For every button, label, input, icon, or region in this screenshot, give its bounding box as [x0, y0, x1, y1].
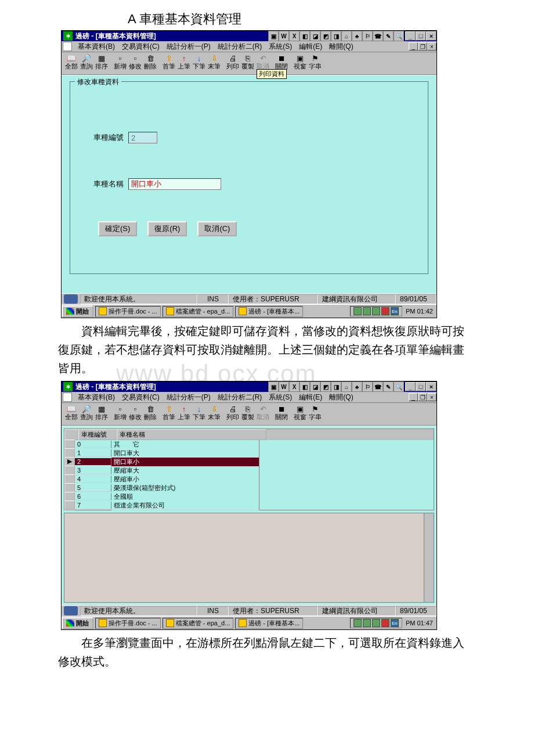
tb-query[interactable]: 🔎查詢: [79, 404, 94, 420]
cell-name[interactable]: 穩達企業有限公司: [111, 501, 259, 510]
tb-copy[interactable]: ⎘覆製: [240, 53, 255, 70]
mdi-minimize[interactable]: _: [409, 393, 418, 401]
tray-icon[interactable]: ◩: [320, 31, 331, 41]
task-item[interactable]: 操作手冊.doc - ...: [95, 306, 161, 317]
tray-icon[interactable]: ✎: [383, 31, 394, 41]
tb-first[interactable]: ⇧首筆: [161, 53, 176, 70]
maximize-button[interactable]: □: [416, 31, 426, 41]
table-row[interactable]: 6全國順: [64, 492, 434, 501]
restore-button[interactable]: 復原(R): [147, 221, 187, 236]
tb-undo[interactable]: ↶取消: [255, 404, 270, 420]
table-row[interactable]: 0其 它: [64, 440, 434, 449]
menu-system[interactable]: 系統(S): [265, 42, 295, 52]
row-header[interactable]: [64, 501, 75, 510]
tray-icon[interactable]: ◨: [331, 381, 341, 392]
tray-icon[interactable]: X: [289, 381, 300, 392]
menu-basic[interactable]: 基本資料(B): [74, 42, 118, 52]
start-button[interactable]: 開始: [62, 617, 93, 629]
menu-edit[interactable]: 編輯(E): [295, 42, 326, 52]
grid-corner[interactable]: [64, 429, 78, 440]
tb-all[interactable]: 📖全部: [64, 53, 79, 70]
scrollbar-vertical[interactable]: [424, 513, 434, 602]
cancel-button[interactable]: 取消(C): [197, 221, 237, 236]
tb-next[interactable]: ↓下筆: [192, 404, 207, 420]
tray-icon[interactable]: ☎: [373, 31, 383, 41]
menu-stat2[interactable]: 統計分析二(R): [214, 393, 266, 402]
menu-exit[interactable]: 離開(Q): [326, 393, 356, 402]
cell-name[interactable]: 全國順: [111, 492, 259, 502]
close-button[interactable]: ×: [426, 382, 436, 391]
tb-del[interactable]: 🗑刪除: [143, 404, 158, 420]
cell-id[interactable]: 2: [75, 458, 111, 466]
tb-mod[interactable]: ▫修改: [128, 404, 143, 420]
tray-icon[interactable]: ⚐: [362, 31, 373, 41]
tray-icon[interactable]: ♣: [352, 381, 362, 392]
task-item[interactable]: 過磅 - [車種基本...: [235, 618, 303, 629]
ime-icon[interactable]: En: [391, 619, 399, 627]
tray-icon[interactable]: X: [289, 31, 300, 41]
tb-string[interactable]: ⚑字串: [308, 404, 323, 420]
mdi-minimize[interactable]: _: [409, 42, 418, 51]
cell-name[interactable]: 榮漢環保(箱型密封式): [111, 484, 259, 493]
cell-id[interactable]: 4: [75, 476, 111, 483]
menu-system[interactable]: 系統(S): [265, 393, 295, 402]
tb-string[interactable]: ⚑字串: [308, 53, 323, 70]
ok-button[interactable]: 確定(S): [98, 221, 137, 236]
menu-edit[interactable]: 編輯(E): [295, 393, 326, 402]
start-button[interactable]: 開始: [62, 305, 93, 318]
mdi-close[interactable]: ×: [427, 42, 436, 51]
close-button[interactable]: ×: [426, 31, 436, 41]
mdi-restore[interactable]: ❐: [418, 42, 427, 51]
menu-exit[interactable]: 離開(Q): [326, 42, 356, 52]
tray-icon[interactable]: ▣: [268, 31, 279, 41]
tb-mod[interactable]: ▫修改: [128, 53, 143, 70]
tray-icon[interactable]: ◨: [331, 31, 341, 41]
mdi-doc-icon[interactable]: [63, 42, 72, 51]
menu-trans[interactable]: 交易資料(C): [118, 393, 163, 402]
tray-icon[interactable]: ◧: [300, 381, 310, 392]
ime-icon[interactable]: En: [391, 307, 399, 315]
tray-small-icon[interactable]: [381, 307, 389, 315]
mdi-close[interactable]: ×: [427, 393, 436, 401]
tray-icon[interactable]: ◧: [300, 31, 310, 41]
tb-last[interactable]: ⇩末筆: [207, 404, 222, 420]
tray-small-icon[interactable]: [363, 619, 371, 627]
tb-copy[interactable]: ⎘覆製: [240, 404, 255, 420]
task-item[interactable]: 檔案總管 - epa_d...: [163, 618, 234, 629]
systray[interactable]: En: [350, 306, 402, 316]
task-item[interactable]: 檔案總管 - epa_d...: [163, 306, 234, 317]
tb-view[interactable]: ▣視窗: [293, 404, 308, 420]
tray-icon[interactable]: 🔍: [394, 381, 404, 392]
tray-icon[interactable]: ✎: [383, 381, 394, 392]
systray[interactable]: En: [350, 618, 402, 628]
tb-view[interactable]: ▣視窗: [293, 53, 308, 70]
cell-id[interactable]: 3: [75, 467, 111, 474]
menu-stat1[interactable]: 統計分析一(P): [163, 393, 214, 402]
tray-icon[interactable]: ⌂: [341, 381, 352, 392]
menu-stat2[interactable]: 統計分析二(R): [214, 42, 266, 52]
tb-undo[interactable]: ↶取消: [255, 53, 270, 70]
col-header-id[interactable]: 車種編號: [78, 429, 117, 440]
tb-all[interactable]: 📖全部: [64, 404, 79, 420]
tray-icon[interactable]: W: [279, 31, 289, 41]
tray-icon[interactable]: W: [279, 381, 289, 392]
cell-id[interactable]: 1: [75, 449, 111, 457]
tray-icon[interactable]: ◪: [310, 381, 320, 392]
titlebar[interactable]: ✶ 過磅 - [車種基本資料管理] ▣ W X ◧ ◪ ◩ ◨ ⌂ ♣ ⚐ ☎ …: [62, 381, 436, 392]
tray-icon[interactable]: ☎: [373, 381, 383, 392]
tray-icon[interactable]: 🔍: [394, 31, 404, 41]
table-row[interactable]: 4壓縮車小: [64, 475, 434, 484]
maximize-button[interactable]: □: [416, 382, 426, 391]
tray-small-icon[interactable]: [363, 307, 371, 315]
cell-id[interactable]: 7: [75, 502, 111, 509]
cell-name[interactable]: 開口車小: [111, 458, 259, 467]
data-grid[interactable]: 車種編號 車種名稱 0其 它1開口車大▶2開口車小3壓縮車大4壓縮車小5榮漢環保…: [64, 429, 434, 510]
table-row[interactable]: 7穩達企業有限公司: [64, 501, 434, 510]
mdi-restore[interactable]: ❐: [418, 393, 427, 401]
menu-basic[interactable]: 基本資料(B): [74, 393, 118, 402]
table-row[interactable]: 3壓縮車大: [64, 466, 434, 475]
tray-small-icon[interactable]: [353, 619, 362, 627]
cell-name[interactable]: 壓縮車大: [111, 466, 259, 476]
table-row[interactable]: 5榮漢環保(箱型密封式): [64, 484, 434, 492]
tb-close[interactable]: ⏹關閉: [274, 53, 289, 70]
